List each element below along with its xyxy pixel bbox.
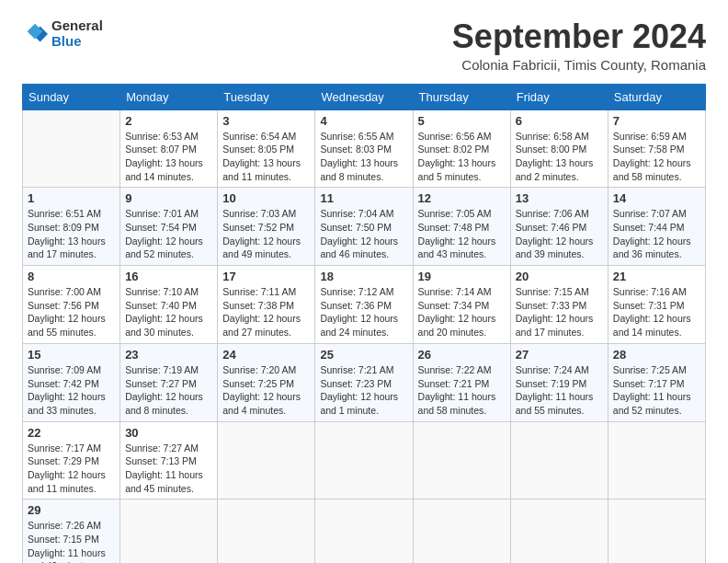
day-number: 3 [222, 114, 310, 128]
table-cell: 5 Sunrise: 6:56 AMSunset: 8:02 PMDayligh… [413, 109, 510, 188]
logo-icon [22, 21, 48, 47]
day-info: Sunrise: 6:51 AMSunset: 8:09 PMDaylight:… [28, 207, 115, 261]
table-cell: 13 Sunrise: 7:06 AMSunset: 7:46 PMDaylig… [510, 188, 608, 266]
header: General Blue September 2024 Colonia Fabr… [22, 18, 706, 73]
day-info: Sunrise: 7:21 AMSunset: 7:23 PMDaylight:… [320, 363, 407, 418]
day-number: 30 [125, 426, 212, 440]
table-cell: 12 Sunrise: 7:05 AMSunset: 7:48 PMDaylig… [413, 188, 510, 266]
day-number: 8 [28, 270, 115, 283]
table-cell: 15 Sunrise: 7:09 AMSunset: 7:42 PMDaylig… [23, 343, 120, 421]
day-info: Sunrise: 6:53 AMSunset: 8:07 PMDaylight:… [125, 130, 212, 184]
table-cell: 6 Sunrise: 6:58 AMSunset: 8:00 PMDayligh… [510, 109, 608, 188]
table-cell: 22 Sunrise: 7:17 AMSunset: 7:29 PMDaylig… [23, 421, 120, 500]
table-cell: 16 Sunrise: 7:10 AMSunset: 7:40 PMDaylig… [120, 266, 218, 344]
day-info: Sunrise: 7:14 AMSunset: 7:34 PMDaylight:… [418, 285, 506, 339]
day-info: Sunrise: 7:16 AMSunset: 7:31 PMDaylight:… [613, 285, 700, 339]
day-number: 27 [516, 348, 603, 362]
day-number: 29 [28, 503, 115, 517]
table-cell: 11 Sunrise: 7:04 AMSunset: 7:50 PMDaylig… [315, 188, 413, 266]
table-cell: 4 Sunrise: 6:55 AMSunset: 8:03 PMDayligh… [315, 109, 413, 188]
day-number: 16 [125, 270, 212, 283]
day-info: Sunrise: 6:59 AMSunset: 7:58 PMDaylight:… [613, 130, 700, 184]
day-info: Sunrise: 7:26 AMSunset: 7:15 PMDaylight:… [28, 519, 115, 563]
day-number: 9 [125, 191, 212, 205]
day-number: 1 [28, 191, 115, 205]
table-cell: 8 Sunrise: 7:00 AMSunset: 7:56 PMDayligh… [23, 266, 120, 344]
logo-text: General Blue [51, 18, 103, 49]
table-cell: 2 Sunrise: 6:53 AMSunset: 8:07 PMDayligh… [120, 109, 218, 188]
day-number: 24 [222, 348, 310, 362]
empty-cell [315, 500, 413, 563]
day-info: Sunrise: 7:06 AMSunset: 7:46 PMDaylight:… [516, 207, 603, 261]
day-number: 12 [418, 191, 506, 205]
empty-cell [608, 500, 705, 563]
day-number: 19 [418, 270, 506, 283]
col-saturday: Saturday [608, 84, 705, 109]
table-cell: 28 Sunrise: 7:25 AMSunset: 7:17 PMDaylig… [608, 343, 705, 421]
table-cell: 23 Sunrise: 7:19 AMSunset: 7:27 PMDaylig… [120, 343, 218, 421]
col-thursday: Thursday [413, 84, 510, 109]
day-info: Sunrise: 7:19 AMSunset: 7:27 PMDaylight:… [125, 363, 212, 418]
empty-cell [218, 421, 315, 500]
empty-cell [120, 500, 218, 563]
day-number: 23 [125, 348, 212, 362]
table-cell: 7 Sunrise: 6:59 AMSunset: 7:58 PMDayligh… [608, 109, 705, 188]
empty-cell [608, 421, 705, 500]
table-row: 2 Sunrise: 6:53 AMSunset: 8:07 PMDayligh… [23, 109, 706, 188]
empty-cell [510, 421, 608, 500]
empty-cell [413, 421, 510, 500]
month-year-title: September 2024 [452, 18, 706, 55]
table-cell: 20 Sunrise: 7:15 AMSunset: 7:33 PMDaylig… [510, 266, 608, 344]
day-number: 11 [320, 191, 407, 205]
day-number: 10 [222, 191, 310, 205]
day-number: 15 [28, 348, 115, 362]
table-cell: 27 Sunrise: 7:24 AMSunset: 7:19 PMDaylig… [510, 343, 608, 421]
day-info: Sunrise: 6:56 AMSunset: 8:02 PMDaylight:… [418, 130, 506, 184]
day-info: Sunrise: 7:01 AMSunset: 7:54 PMDaylight:… [125, 207, 212, 261]
empty-cell [23, 109, 120, 188]
day-info: Sunrise: 7:17 AMSunset: 7:29 PMDaylight:… [28, 442, 115, 496]
day-info: Sunrise: 7:00 AMSunset: 7:56 PMDaylight:… [28, 285, 115, 339]
col-wednesday: Wednesday [315, 84, 413, 109]
table-row: 1 Sunrise: 6:51 AMSunset: 8:09 PMDayligh… [23, 188, 706, 266]
table-cell: 3 Sunrise: 6:54 AMSunset: 8:05 PMDayligh… [218, 109, 315, 188]
col-monday: Monday [120, 84, 218, 109]
logo: General Blue [22, 18, 103, 49]
table-cell: 1 Sunrise: 6:51 AMSunset: 8:09 PMDayligh… [23, 188, 120, 266]
day-number: 6 [516, 114, 603, 128]
day-info: Sunrise: 7:24 AMSunset: 7:19 PMDaylight:… [516, 363, 603, 418]
logo-blue: Blue [51, 34, 103, 50]
logo-general: General [51, 18, 103, 34]
calendar-header-row: Sunday Monday Tuesday Wednesday Thursday… [23, 84, 706, 109]
day-number: 21 [613, 270, 700, 283]
table-cell: 17 Sunrise: 7:11 AMSunset: 7:38 PMDaylig… [218, 266, 315, 344]
col-sunday: Sunday [23, 84, 120, 109]
day-info: Sunrise: 7:12 AMSunset: 7:36 PMDaylight:… [320, 285, 407, 339]
empty-cell [218, 500, 315, 563]
day-number: 17 [222, 270, 310, 283]
day-info: Sunrise: 7:27 AMSunset: 7:13 PMDaylight:… [125, 442, 212, 496]
day-info: Sunrise: 7:20 AMSunset: 7:25 PMDaylight:… [222, 363, 310, 418]
table-cell: 9 Sunrise: 7:01 AMSunset: 7:54 PMDayligh… [120, 188, 218, 266]
table-row: 22 Sunrise: 7:17 AMSunset: 7:29 PMDaylig… [23, 421, 706, 500]
table-cell: 18 Sunrise: 7:12 AMSunset: 7:36 PMDaylig… [315, 266, 413, 344]
table-cell: 26 Sunrise: 7:22 AMSunset: 7:21 PMDaylig… [413, 343, 510, 421]
day-number: 22 [28, 426, 115, 440]
day-info: Sunrise: 7:11 AMSunset: 7:38 PMDaylight:… [222, 285, 310, 339]
day-info: Sunrise: 6:54 AMSunset: 8:05 PMDaylight:… [222, 130, 310, 184]
day-info: Sunrise: 6:58 AMSunset: 8:00 PMDaylight:… [516, 130, 603, 184]
day-info: Sunrise: 7:22 AMSunset: 7:21 PMDaylight:… [418, 363, 506, 418]
day-info: Sunrise: 7:05 AMSunset: 7:48 PMDaylight:… [418, 207, 506, 261]
table-cell: 25 Sunrise: 7:21 AMSunset: 7:23 PMDaylig… [315, 343, 413, 421]
day-info: Sunrise: 7:09 AMSunset: 7:42 PMDaylight:… [28, 363, 115, 418]
day-number: 13 [516, 191, 603, 205]
empty-cell [315, 421, 413, 500]
title-section: September 2024 Colonia Fabricii, Timis C… [452, 18, 706, 73]
table-cell: 19 Sunrise: 7:14 AMSunset: 7:34 PMDaylig… [413, 266, 510, 344]
day-info: Sunrise: 7:25 AMSunset: 7:17 PMDaylight:… [613, 363, 700, 418]
empty-cell [510, 500, 608, 563]
day-number: 14 [613, 191, 700, 205]
day-number: 26 [418, 348, 506, 362]
day-number: 5 [418, 114, 506, 128]
day-number: 2 [125, 114, 212, 128]
